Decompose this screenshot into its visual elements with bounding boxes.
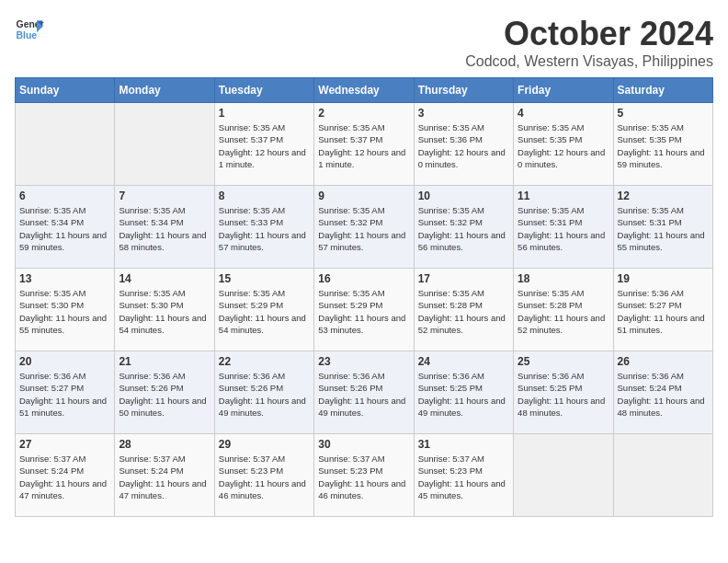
cell-info: Sunrise: 5:36 AM Sunset: 5:27 PM Dayligh… — [19, 370, 110, 419]
day-number: 3 — [418, 107, 509, 120]
column-header-monday: Monday — [115, 78, 214, 103]
day-number: 18 — [518, 272, 609, 285]
calendar-cell — [613, 434, 712, 517]
day-number: 10 — [418, 190, 509, 202]
calendar-cell: 26 Sunrise: 5:36 AM Sunset: 5:24 PM Dayl… — [613, 351, 712, 434]
calendar-table: SundayMondayTuesdayWednesdayThursdayFrid… — [15, 77, 713, 517]
calendar-cell: 5 Sunrise: 5:35 AM Sunset: 5:35 PM Dayli… — [613, 103, 712, 186]
cell-info: Sunrise: 5:35 AM Sunset: 5:34 PM Dayligh… — [119, 204, 210, 253]
calendar-header-row: SundayMondayTuesdayWednesdayThursdayFrid… — [16, 78, 713, 103]
cell-info: Sunrise: 5:37 AM Sunset: 5:23 PM Dayligh… — [219, 453, 310, 501]
cell-info: Sunrise: 5:35 AM Sunset: 5:31 PM Dayligh… — [618, 204, 709, 253]
day-number: 14 — [119, 272, 210, 285]
day-number: 1 — [219, 107, 310, 120]
page-header: General Blue October 2024 Codcod, Wester… — [15, 15, 713, 70]
calendar-cell: 6 Sunrise: 5:35 AM Sunset: 5:34 PM Dayli… — [16, 186, 115, 269]
cell-info: Sunrise: 5:36 AM Sunset: 5:24 PM Dayligh… — [618, 370, 709, 419]
day-number: 9 — [318, 190, 409, 202]
cell-info: Sunrise: 5:35 AM Sunset: 5:28 PM Dayligh… — [418, 287, 509, 336]
calendar-cell: 22 Sunrise: 5:36 AM Sunset: 5:26 PM Dayl… — [214, 351, 313, 434]
calendar-cell: 13 Sunrise: 5:35 AM Sunset: 5:30 PM Dayl… — [16, 269, 115, 351]
calendar-cell: 18 Sunrise: 5:35 AM Sunset: 5:28 PM Dayl… — [514, 269, 613, 351]
cell-info: Sunrise: 5:35 AM Sunset: 5:37 PM Dayligh… — [318, 121, 409, 170]
cell-info: Sunrise: 5:36 AM Sunset: 5:25 PM Dayligh… — [418, 370, 509, 419]
calendar-cell: 12 Sunrise: 5:35 AM Sunset: 5:31 PM Dayl… — [613, 186, 712, 269]
day-number: 17 — [418, 272, 509, 285]
month-title: October 2024 — [465, 15, 713, 53]
calendar-cell: 24 Sunrise: 5:36 AM Sunset: 5:25 PM Dayl… — [414, 351, 513, 434]
calendar-cell: 4 Sunrise: 5:35 AM Sunset: 5:35 PM Dayli… — [514, 103, 613, 186]
day-number: 19 — [618, 272, 709, 285]
cell-info: Sunrise: 5:35 AM Sunset: 5:34 PM Dayligh… — [19, 204, 110, 253]
location-title: Codcod, Western Visayas, Philippines — [465, 53, 713, 70]
calendar-cell — [514, 434, 613, 517]
calendar-cell: 16 Sunrise: 5:35 AM Sunset: 5:29 PM Dayl… — [314, 269, 414, 351]
column-header-tuesday: Tuesday — [214, 78, 313, 103]
cell-info: Sunrise: 5:35 AM Sunset: 5:37 PM Dayligh… — [219, 121, 310, 170]
cell-info: Sunrise: 5:35 AM Sunset: 5:29 PM Dayligh… — [219, 287, 310, 336]
calendar-cell: 31 Sunrise: 5:37 AM Sunset: 5:23 PM Dayl… — [414, 434, 513, 517]
day-number: 29 — [219, 438, 310, 451]
calendar-week-4: 20 Sunrise: 5:36 AM Sunset: 5:27 PM Dayl… — [16, 351, 713, 434]
cell-info: Sunrise: 5:36 AM Sunset: 5:26 PM Dayligh… — [318, 370, 409, 419]
cell-info: Sunrise: 5:36 AM Sunset: 5:26 PM Dayligh… — [119, 370, 210, 419]
cell-info: Sunrise: 5:35 AM Sunset: 5:32 PM Dayligh… — [418, 204, 509, 253]
day-number: 21 — [119, 355, 210, 368]
calendar-cell: 1 Sunrise: 5:35 AM Sunset: 5:37 PM Dayli… — [214, 103, 313, 186]
day-number: 11 — [518, 190, 609, 202]
cell-info: Sunrise: 5:37 AM Sunset: 5:24 PM Dayligh… — [19, 453, 110, 501]
cell-info: Sunrise: 5:35 AM Sunset: 5:30 PM Dayligh… — [19, 287, 110, 336]
calendar-week-3: 13 Sunrise: 5:35 AM Sunset: 5:30 PM Dayl… — [16, 269, 713, 351]
cell-info: Sunrise: 5:35 AM Sunset: 5:28 PM Dayligh… — [518, 287, 609, 336]
column-header-sunday: Sunday — [16, 78, 115, 103]
cell-info: Sunrise: 5:35 AM Sunset: 5:36 PM Dayligh… — [418, 121, 509, 170]
day-number: 16 — [318, 272, 409, 285]
calendar-week-1: 1 Sunrise: 5:35 AM Sunset: 5:37 PM Dayli… — [16, 103, 713, 186]
column-header-wednesday: Wednesday — [314, 78, 414, 103]
cell-info: Sunrise: 5:36 AM Sunset: 5:25 PM Dayligh… — [518, 370, 609, 419]
day-number: 23 — [318, 355, 409, 368]
calendar-cell: 21 Sunrise: 5:36 AM Sunset: 5:26 PM Dayl… — [115, 351, 214, 434]
calendar-cell: 28 Sunrise: 5:37 AM Sunset: 5:24 PM Dayl… — [115, 434, 214, 517]
calendar-cell: 8 Sunrise: 5:35 AM Sunset: 5:33 PM Dayli… — [214, 186, 313, 269]
cell-info: Sunrise: 5:37 AM Sunset: 5:23 PM Dayligh… — [418, 453, 509, 501]
day-number: 8 — [219, 190, 310, 202]
day-number: 25 — [518, 355, 609, 368]
cell-info: Sunrise: 5:35 AM Sunset: 5:29 PM Dayligh… — [318, 287, 409, 336]
cell-info: Sunrise: 5:36 AM Sunset: 5:26 PM Dayligh… — [219, 370, 310, 419]
calendar-cell: 2 Sunrise: 5:35 AM Sunset: 5:37 PM Dayli… — [314, 103, 414, 186]
cell-info: Sunrise: 5:35 AM Sunset: 5:31 PM Dayligh… — [518, 204, 609, 253]
day-number: 26 — [618, 355, 709, 368]
column-header-thursday: Thursday — [414, 78, 513, 103]
day-number: 24 — [418, 355, 509, 368]
calendar-week-2: 6 Sunrise: 5:35 AM Sunset: 5:34 PM Dayli… — [16, 186, 713, 269]
day-number: 31 — [418, 438, 509, 451]
day-number: 28 — [119, 438, 210, 451]
logo: General Blue — [15, 15, 44, 44]
calendar-cell — [16, 103, 115, 186]
day-number: 2 — [318, 107, 409, 120]
calendar-cell — [115, 103, 214, 186]
calendar-cell: 30 Sunrise: 5:37 AM Sunset: 5:23 PM Dayl… — [314, 434, 414, 517]
calendar-cell: 11 Sunrise: 5:35 AM Sunset: 5:31 PM Dayl… — [514, 186, 613, 269]
svg-text:Blue: Blue — [17, 30, 38, 40]
cell-info: Sunrise: 5:35 AM Sunset: 5:35 PM Dayligh… — [618, 121, 709, 170]
calendar-cell: 7 Sunrise: 5:35 AM Sunset: 5:34 PM Dayli… — [115, 186, 214, 269]
calendar-cell: 23 Sunrise: 5:36 AM Sunset: 5:26 PM Dayl… — [314, 351, 414, 434]
column-header-saturday: Saturday — [613, 78, 712, 103]
cell-info: Sunrise: 5:35 AM Sunset: 5:30 PM Dayligh… — [119, 287, 210, 336]
column-header-friday: Friday — [514, 78, 613, 103]
calendar-week-5: 27 Sunrise: 5:37 AM Sunset: 5:24 PM Dayl… — [16, 434, 713, 517]
cell-info: Sunrise: 5:35 AM Sunset: 5:35 PM Dayligh… — [518, 121, 609, 170]
logo-icon: General Blue — [15, 15, 44, 44]
calendar-cell: 10 Sunrise: 5:35 AM Sunset: 5:32 PM Dayl… — [414, 186, 513, 269]
cell-info: Sunrise: 5:35 AM Sunset: 5:32 PM Dayligh… — [318, 204, 409, 253]
title-area: October 2024 Codcod, Western Visayas, Ph… — [465, 15, 713, 70]
calendar-cell: 29 Sunrise: 5:37 AM Sunset: 5:23 PM Dayl… — [214, 434, 313, 517]
day-number: 27 — [19, 438, 110, 451]
day-number: 12 — [618, 190, 709, 202]
day-number: 4 — [518, 107, 609, 120]
cell-info: Sunrise: 5:36 AM Sunset: 5:27 PM Dayligh… — [618, 287, 709, 336]
calendar-cell: 9 Sunrise: 5:35 AM Sunset: 5:32 PM Dayli… — [314, 186, 414, 269]
calendar-cell: 15 Sunrise: 5:35 AM Sunset: 5:29 PM Dayl… — [214, 269, 313, 351]
